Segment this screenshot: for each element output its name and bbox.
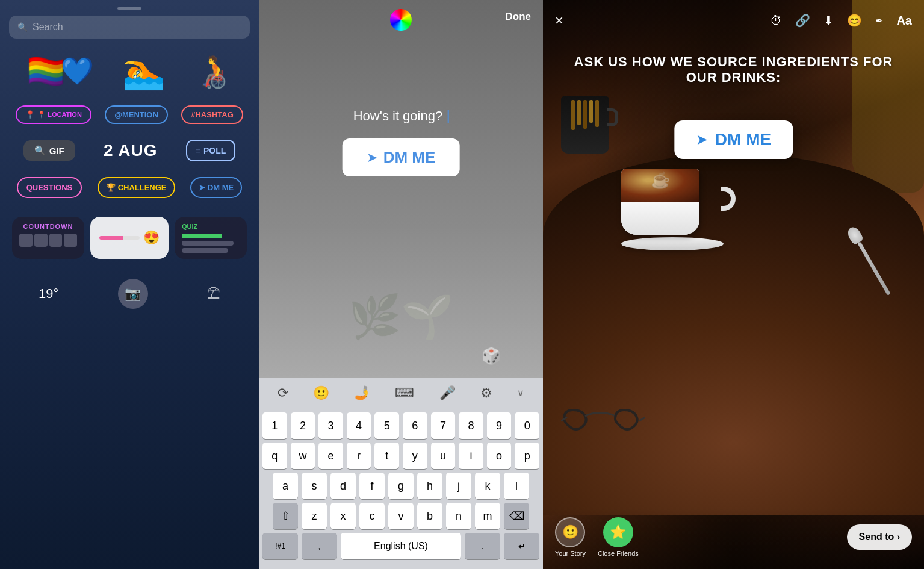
key-r[interactable]: r (347, 443, 371, 469)
chevron-icon[interactable]: ∨ (517, 387, 524, 399)
space-key[interactable]: English (US) (341, 533, 461, 559)
emoji-icon[interactable]: 🙂 (313, 385, 329, 401)
countdown-blocks (19, 234, 77, 247)
gif-keyboard-icon[interactable]: ⌨ (395, 385, 414, 401)
key-8[interactable]: 8 (459, 412, 483, 439)
story-share-options: 🙂 Your Story ⭐ Close Friends (555, 517, 639, 557)
key-6[interactable]: 6 (403, 412, 427, 439)
key-u[interactable]: u (431, 443, 456, 469)
key-a[interactable]: a (273, 473, 298, 499)
face-emoji-icon[interactable]: 😊 (847, 13, 862, 28)
gif-label: GIF (49, 146, 64, 156)
mug-handle (607, 108, 618, 126)
key-h[interactable]: h (417, 473, 442, 499)
sticker-wheelchair[interactable]: 🧑‍🦽 (194, 53, 233, 90)
story-top-icons: ⏱ 🔗 ⬇ 😊 ✒ Aa (770, 13, 912, 28)
key-9[interactable]: 9 (487, 412, 512, 439)
settings-icon[interactable]: ⚙ (480, 385, 492, 401)
key-5[interactable]: 5 (374, 412, 399, 439)
text-icon[interactable]: Aa (896, 14, 912, 28)
key-7[interactable]: 7 (431, 412, 456, 439)
backspace-key[interactable]: ⌫ (504, 503, 529, 529)
gif-btn[interactable]: 🔍 GIF (23, 140, 75, 161)
return-key[interactable]: ↵ (504, 533, 539, 559)
key-s[interactable]: s (302, 473, 327, 499)
close-icon[interactable]: × (555, 12, 563, 29)
link-icon[interactable]: 🔗 (795, 13, 810, 28)
key-k[interactable]: k (475, 473, 500, 499)
key-g[interactable]: g (388, 473, 414, 499)
search-input[interactable] (33, 22, 241, 33)
key-2[interactable]: 2 (291, 412, 315, 439)
challenge-sticker-btn[interactable]: 🏆 CHALLENGE (98, 177, 175, 198)
key-n[interactable]: n (446, 503, 471, 529)
date-sticker[interactable]: 2 AUG (104, 141, 158, 160)
dm-sticker-btn[interactable]: ➤ DM ME (190, 177, 242, 198)
send-to-button[interactable]: Send to › (847, 524, 912, 550)
key-i[interactable]: i (459, 443, 483, 469)
key-t[interactable]: t (374, 443, 399, 469)
key-p[interactable]: p (515, 443, 539, 469)
shift-key[interactable]: ⇧ (273, 503, 298, 529)
key-c[interactable]: c (359, 503, 385, 529)
tag-buttons-row: 📍 📍 LOCATION @MENTION #HASHTAG (0, 101, 259, 129)
sticker-buttons-row: QUESTIONS 🏆 CHALLENGE ➤ DM ME (0, 172, 259, 203)
key-y[interactable]: y (403, 443, 427, 469)
slider-widget[interactable]: 😍 (90, 217, 169, 259)
key-4[interactable]: 4 (347, 412, 371, 439)
key-v[interactable]: v (388, 503, 414, 529)
sticker-pride-hearts[interactable]: 🏳️‍🌈 💙 (26, 53, 94, 90)
voice-icon[interactable]: 🎤 (439, 385, 456, 401)
color-wheel-icon[interactable] (390, 9, 412, 31)
emoji-recent-icon[interactable]: ⟳ (278, 385, 288, 401)
done-button[interactable]: Done (506, 11, 532, 23)
numbers-switch-key[interactable]: !#1 (262, 533, 298, 559)
key-w[interactable]: w (291, 443, 315, 469)
drag-handle[interactable] (117, 7, 141, 10)
key-q[interactable]: q (262, 443, 287, 469)
your-story-option[interactable]: 🙂 Your Story (555, 517, 586, 557)
key-o[interactable]: o (487, 443, 512, 469)
draw-icon[interactable]: ✒ (875, 15, 883, 26)
story-text-overlay[interactable]: How's it going? (353, 108, 449, 124)
hashtag-tag-btn[interactable]: #HASHTAG (181, 105, 243, 124)
download-icon[interactable]: ⬇ (823, 13, 834, 28)
key-l[interactable]: l (504, 473, 529, 499)
key-d[interactable]: d (330, 473, 356, 499)
key-x[interactable]: x (330, 503, 356, 529)
key-f[interactable]: f (359, 473, 385, 499)
questions-sticker-btn[interactable]: QUESTIONS (17, 177, 82, 198)
dm-me-sticker[interactable]: ➤ DM ME (343, 138, 460, 176)
sticker-swimmer[interactable]: 🏊 (122, 51, 166, 92)
dice-decoration: 🎲 (482, 347, 501, 365)
countdown-widget[interactable]: COUNTDOWN (12, 217, 84, 259)
temperature-sticker[interactable]: 19° (39, 286, 58, 302)
key-j[interactable]: j (446, 473, 471, 499)
dm-me-button[interactable]: ➤ DM ME (674, 120, 793, 159)
sticker-icon[interactable]: 🤳 (354, 385, 370, 401)
mention-tag-btn[interactable]: @MENTION (105, 105, 168, 124)
key-1[interactable]: 1 (262, 412, 287, 439)
camera-icon[interactable]: 📷 (118, 279, 148, 309)
poll-btn[interactable]: ≡ POLL (186, 140, 236, 161)
key-e[interactable]: e (318, 443, 343, 469)
key-z[interactable]: z (302, 503, 327, 529)
coffee-cup-decoration: ☕ (621, 169, 724, 250)
key-m[interactable]: m (475, 503, 500, 529)
asdf-row: a s d f g h j k l (262, 473, 539, 499)
panorama-icon[interactable]: ⛱ (207, 286, 220, 302)
location-tag-btn[interactable]: 📍 📍 LOCATION (16, 105, 91, 124)
key-3[interactable]: 3 (318, 412, 343, 439)
close-friends-option[interactable]: ⭐ Close Friends (598, 517, 639, 557)
mention-label: @MENTION (114, 110, 158, 119)
period-key[interactable]: . (465, 533, 500, 559)
sticker-picker-panel: 🔍 🏳️‍🌈 💙 🏊 🧑‍🦽 📍 📍 LOCATION @MENTION #HA… (0, 0, 259, 569)
comma-key[interactable]: , (302, 533, 337, 559)
key-0[interactable]: 0 (515, 412, 539, 439)
key-b[interactable]: b (417, 503, 442, 529)
timer-icon[interactable]: ⏱ (770, 14, 782, 28)
story-canvas[interactable]: Done How's it going? ➤ DM ME 🌿🌱 🎲 (259, 0, 543, 378)
sticker-search-bar[interactable]: 🔍 (9, 16, 250, 39)
quiz-lines (182, 234, 240, 253)
quiz-widget[interactable]: QUIZ (175, 217, 247, 259)
